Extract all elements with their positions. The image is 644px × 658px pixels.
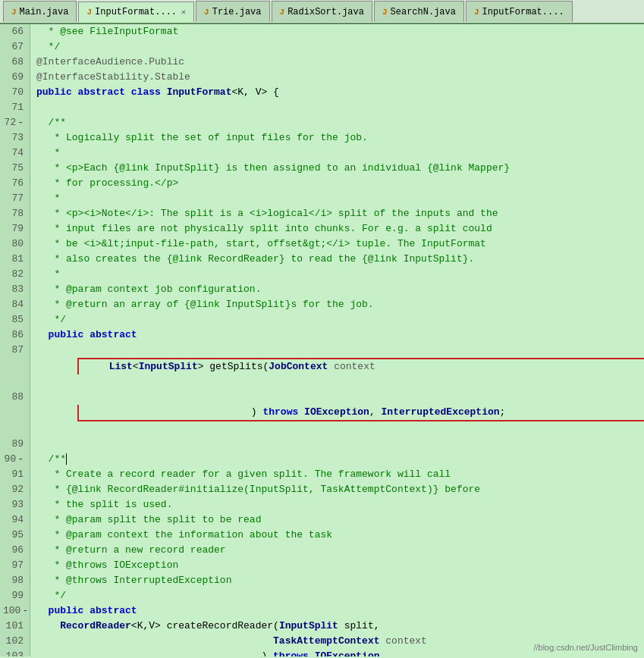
line-number: 85 [0, 312, 30, 327]
tab-bar: J Main.java J InputFormat.... ✕ J Trie.j… [0, 0, 644, 24]
line-number: 73 [0, 130, 30, 146]
line-number: 89 [0, 437, 30, 452]
line-content: ) throws IOException, InterruptedExcepti… [30, 390, 644, 437]
line-number: 78 [0, 206, 30, 221]
red-box-section: 87 List<InputSplit> getSplits(JobContext… [0, 343, 644, 437]
line-number: 67 [0, 39, 30, 55]
line-number: 88 [0, 390, 30, 437]
line-number: 94 [0, 512, 30, 528]
java-icon-3: J [204, 8, 209, 17]
line-row: 83 * @param context job configuration. [0, 282, 644, 297]
line-content: @InterfaceAudience.Public [30, 55, 644, 70]
line-content: * [30, 191, 644, 206]
line-number: 83 [0, 282, 30, 297]
line-content: /** [30, 452, 644, 467]
line-content: * the split is used. [30, 497, 644, 512]
line-content: * be <i>&lt;input-file-path, start, offs… [30, 237, 644, 252]
line-content: RecordReader<K,V> createRecordReader(Inp… [30, 619, 644, 634]
line-number: 66 [0, 24, 30, 39]
line-number: 74 [0, 146, 30, 161]
line-number: 70 [0, 85, 30, 100]
line-content: * [30, 146, 644, 161]
code-editor[interactable]: 66 * @see FileInputFormat 67 */ 68 @Inte… [0, 24, 644, 656]
line-row: 84 * @return an array of {@link InputSpl… [0, 297, 644, 312]
tab-inputformat2[interactable]: J InputFormat.... [466, 1, 573, 22]
line-content: public abstract [30, 327, 644, 343]
line-content: public abstract class InputFormat<K, V> … [30, 85, 644, 100]
line-content: /** [30, 115, 644, 130]
line-row: 98 * @throws InterruptedException [0, 573, 644, 588]
tab-radixsort[interactable]: J RadixSort.java [272, 1, 372, 22]
line-number: 90 [0, 452, 30, 467]
tab-main[interactable]: J Main.java [3, 1, 77, 22]
tab-trie[interactable]: J Trie.java [196, 1, 269, 22]
line-content: * @see FileInputFormat [30, 24, 644, 39]
line-content: * @param context job configuration. [30, 282, 644, 297]
line-content: * @return a new record reader [30, 543, 644, 558]
line-content: */ [30, 39, 644, 55]
line-row: 90 /** [0, 452, 644, 467]
line-row: 94 * @param split the split to be read [0, 512, 644, 528]
tab-close-icon[interactable]: ✕ [181, 8, 186, 17]
line-content [30, 437, 644, 452]
line-number: 75 [0, 161, 30, 176]
line-number: 72 [0, 115, 30, 130]
line-row: 97 * @throws IOException [0, 558, 644, 573]
line-row: 73 * Logically split the set of input fi… [0, 130, 644, 146]
line-content: * @param split the split to be read [30, 512, 644, 528]
line-row: 81 * also creates the {@link RecordReade… [0, 252, 644, 267]
line-content: * input files are not physically split i… [30, 221, 644, 237]
line-content: public abstract [30, 603, 644, 619]
line-row: 96 * @return a new record reader [0, 543, 644, 558]
line-number: 86 [0, 327, 30, 343]
line-number: 76 [0, 176, 30, 191]
line-number: 97 [0, 558, 30, 573]
line-row: 95 * @param context the information abou… [0, 528, 644, 543]
line-number: 102 [0, 634, 30, 649]
tab-searchn[interactable]: J SearchN.java [374, 1, 464, 22]
line-number: 71 [0, 100, 30, 115]
line-row: 66 * @see FileInputFormat [0, 24, 644, 39]
line-content: */ [30, 588, 644, 603]
line-row: 78 * <p><i>Note</i>: The split is a <i>l… [0, 206, 644, 221]
line-number: 68 [0, 55, 30, 70]
line-row: 77 * [0, 191, 644, 206]
line-content: * Logically split the set of input files… [30, 130, 644, 146]
java-icon-2: J [86, 8, 92, 17]
line-content: */ [30, 312, 644, 327]
line-content: @InterfaceStability.Stable [30, 70, 644, 85]
line-content: * @param context the information about t… [30, 528, 644, 543]
line-row: 88 ) throws IOException, InterruptedExce… [0, 390, 644, 437]
line-row: 74 * [0, 146, 644, 161]
line-content: * @return an array of {@link InputSplit}… [30, 297, 644, 312]
line-row: 99 */ [0, 588, 644, 603]
line-row: 101 RecordReader<K,V> createRecordReader… [0, 619, 644, 634]
line-number: 79 [0, 221, 30, 237]
line-row: 67 */ [0, 39, 644, 55]
line-row: 86 public abstract [0, 327, 644, 343]
watermark: //blog.csdn.net/JustClimbing [533, 643, 638, 652]
line-number: 93 [0, 497, 30, 512]
line-content: * [30, 267, 644, 282]
line-row: 75 * <p>Each {@link InputSplit} is then … [0, 161, 644, 176]
line-number: 100 [0, 603, 30, 619]
line-row: 72 /** [0, 115, 644, 130]
java-icon-5: J [382, 8, 388, 17]
line-row: 85 */ [0, 312, 644, 327]
line-content: * Create a record reader for a given spl… [30, 467, 644, 482]
line-row: 79 * input files are not physically spli… [0, 221, 644, 237]
line-number: 95 [0, 528, 30, 543]
line-content [30, 100, 644, 115]
line-content: * {@link RecordReader#initialize(InputSp… [30, 482, 644, 497]
line-number: 69 [0, 70, 30, 85]
line-row: 82 * [0, 267, 644, 282]
line-row: 89 [0, 437, 644, 452]
line-content: * @throws InterruptedException [30, 573, 644, 588]
line-row: 91 * Create a record reader for a given … [0, 467, 644, 482]
line-number: 92 [0, 482, 30, 497]
java-icon: J [11, 8, 17, 17]
line-row: 100 public abstract [0, 603, 644, 619]
tab-inputformat1[interactable]: J InputFormat.... ✕ [78, 2, 194, 23]
line-row: 71 [0, 100, 644, 115]
line-row: 70 public abstract class InputFormat<K, … [0, 85, 644, 100]
